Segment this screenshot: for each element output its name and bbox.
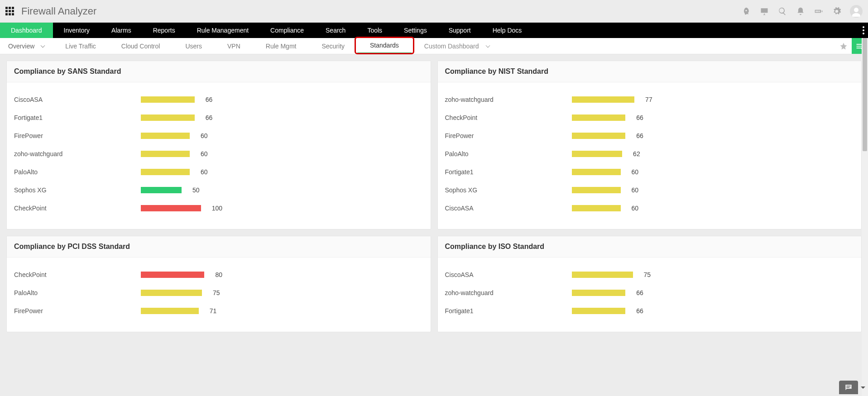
- device-label: CiscoASA: [445, 271, 572, 278]
- bar-track: 60: [572, 205, 653, 212]
- compliance-row[interactable]: CiscoASA60: [445, 199, 854, 217]
- bell-icon[interactable]: [796, 6, 806, 16]
- nav-tools[interactable]: Tools: [356, 23, 393, 38]
- bar-track: 66: [572, 289, 653, 296]
- subnav-standards[interactable]: Standards: [357, 38, 412, 54]
- subnav-vpn[interactable]: VPN: [215, 38, 253, 54]
- bar-track: 75: [141, 289, 222, 296]
- gear-icon[interactable]: [832, 6, 842, 16]
- device-label: FirePower: [445, 132, 572, 139]
- device-label: zoho-watchguard: [445, 289, 572, 296]
- bar-fill: [141, 187, 182, 193]
- compliance-row[interactable]: FirePower66: [445, 127, 854, 145]
- compliance-row[interactable]: zoho-watchguard60: [14, 145, 423, 163]
- compliance-row[interactable]: CiscoASA75: [445, 266, 854, 284]
- bar-fill: [572, 151, 623, 157]
- compliance-row[interactable]: Fortigate166: [445, 302, 854, 320]
- bar-track: 66: [572, 132, 653, 139]
- subnav-users[interactable]: Users: [173, 38, 215, 54]
- more-vertical-icon[interactable]: [863, 23, 864, 38]
- compliance-row[interactable]: CheckPoint80: [14, 266, 423, 284]
- subnav-cloud-control[interactable]: Cloud Control: [109, 38, 173, 54]
- bar-fill: [141, 308, 199, 314]
- compliance-panel: Compliance by ISO StandardCiscoASA75zoho…: [437, 236, 862, 332]
- bar-fill: [141, 290, 202, 296]
- subnav-custom-dashboard-dropdown[interactable]: Custom Dashboard: [412, 38, 499, 54]
- top-header: Firewall Analyzer: [0, 0, 868, 23]
- compliance-row[interactable]: Fortigate166: [14, 109, 423, 127]
- bar-value: 66: [636, 132, 643, 139]
- user-avatar-icon[interactable]: [850, 5, 863, 18]
- bar-track: 80: [141, 271, 222, 278]
- bar-value: 66: [636, 307, 643, 315]
- sub-nav: Overview Live TrafficCloud ControlUsersV…: [0, 38, 868, 54]
- device-label: CiscoASA: [445, 205, 572, 212]
- bar-track: 66: [141, 96, 222, 103]
- panel-title: Compliance by SANS Standard: [7, 61, 431, 82]
- bar-value: 62: [633, 150, 640, 157]
- top-icon-bar: [741, 5, 863, 18]
- scrollbar-thumb[interactable]: [863, 38, 867, 151]
- bar-value: 66: [206, 96, 213, 103]
- compliance-panel: Compliance by PCI DSS StandardCheckPoint…: [6, 236, 431, 332]
- bar-value: 60: [632, 186, 639, 194]
- nav-rule-management[interactable]: Rule Management: [186, 23, 259, 38]
- compliance-row[interactable]: FirePower60: [14, 127, 423, 145]
- compliance-row[interactable]: CiscoASA66: [14, 91, 423, 109]
- nav-alarms[interactable]: Alarms: [101, 23, 142, 38]
- compliance-row[interactable]: zoho-watchguard66: [445, 284, 854, 302]
- panel-body: zoho-watchguard77CheckPoint66FirePower66…: [438, 82, 862, 229]
- compliance-row[interactable]: FirePower71: [14, 302, 423, 320]
- panel-body: CiscoASA66Fortigate166FirePower60zoho-wa…: [7, 82, 431, 229]
- compliance-row[interactable]: PaloAlto62: [445, 145, 854, 163]
- compliance-row[interactable]: Sophos XG60: [445, 181, 854, 199]
- subnav-rule-mgmt[interactable]: Rule Mgmt: [253, 38, 309, 54]
- bar-fill: [141, 96, 195, 103]
- nav-dashboard[interactable]: Dashboard: [0, 23, 53, 38]
- compliance-row[interactable]: PaloAlto75: [14, 284, 423, 302]
- device-label: zoho-watchguard: [445, 96, 572, 103]
- compliance-row[interactable]: CheckPoint66: [445, 109, 854, 127]
- compliance-row[interactable]: Sophos XG50: [14, 181, 423, 199]
- device-label: Fortigate1: [445, 168, 572, 176]
- panel-title: Compliance by PCI DSS Standard: [7, 236, 431, 258]
- bar-track: 50: [141, 186, 222, 194]
- bar-fill: [572, 96, 635, 103]
- battery-icon[interactable]: [814, 6, 824, 16]
- panel-body: CiscoASA75zoho-watchguard66Fortigate166: [438, 258, 862, 332]
- panel-title: Compliance by ISO Standard: [438, 236, 862, 258]
- subnav-security[interactable]: Security: [309, 38, 357, 54]
- search-icon[interactable]: [777, 6, 787, 16]
- bar-fill: [572, 272, 633, 278]
- bar-track: 60: [141, 132, 222, 139]
- subnav-overview-label: Overview: [8, 43, 34, 50]
- nav-support[interactable]: Support: [438, 23, 482, 38]
- bar-fill: [141, 151, 190, 157]
- nav-reports[interactable]: Reports: [142, 23, 186, 38]
- scrollbar-track[interactable]: [862, 38, 868, 339]
- bar-value: 75: [644, 271, 651, 278]
- nav-search[interactable]: Search: [315, 23, 356, 38]
- compliance-row[interactable]: zoho-watchguard77: [445, 91, 854, 109]
- rocket-icon[interactable]: [741, 6, 751, 16]
- device-label: zoho-watchguard: [14, 150, 141, 157]
- bar-value: 50: [192, 186, 200, 194]
- compliance-row[interactable]: CheckPoint100: [14, 199, 423, 217]
- nav-help-docs[interactable]: Help Docs: [482, 23, 533, 38]
- subnav-overview-dropdown[interactable]: Overview: [0, 38, 53, 54]
- compliance-row[interactable]: PaloAlto60: [14, 163, 423, 181]
- apps-grid-icon[interactable]: [5, 7, 14, 15]
- presentation-icon[interactable]: [759, 6, 769, 16]
- favorite-star-icon[interactable]: [835, 38, 852, 54]
- bar-fill: [572, 290, 626, 296]
- nav-compliance[interactable]: Compliance: [259, 23, 315, 38]
- device-label: Fortigate1: [445, 307, 572, 315]
- bar-track: 66: [141, 114, 222, 121]
- subnav-live-traffic[interactable]: Live Traffic: [53, 38, 108, 54]
- nav-inventory[interactable]: Inventory: [53, 23, 101, 38]
- bar-fill: [141, 205, 201, 211]
- compliance-panel: Compliance by NIST Standardzoho-watchgua…: [437, 61, 862, 229]
- nav-settings[interactable]: Settings: [393, 23, 438, 38]
- bar-value: 66: [206, 114, 213, 121]
- compliance-row[interactable]: Fortigate160: [445, 163, 854, 181]
